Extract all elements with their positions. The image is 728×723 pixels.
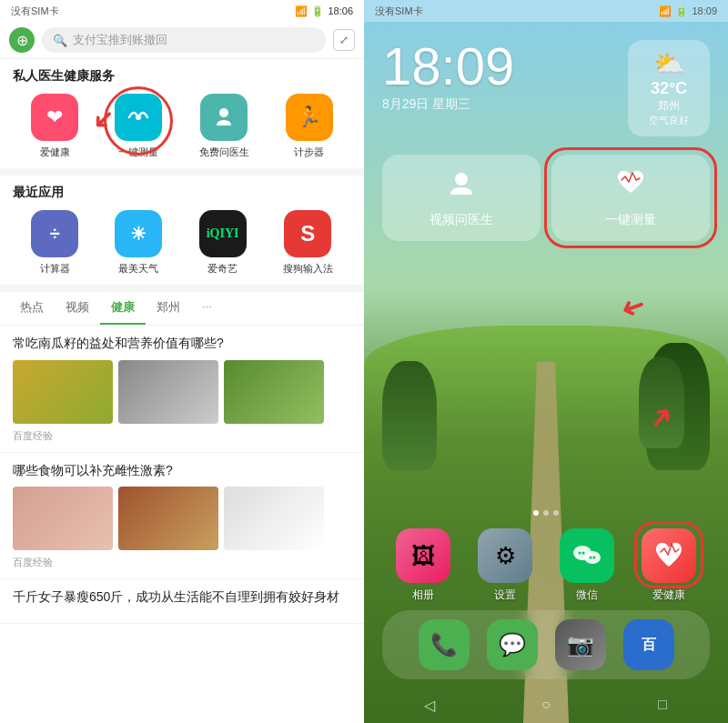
news-thumb-1c <box>224 360 324 424</box>
wechat-label: 微信 <box>576 587 598 603</box>
news-tabs: 热点 视频 健康 郑州 ··· <box>0 292 364 326</box>
search-text: 支付宝推到账撤回 <box>73 32 167 48</box>
svg-point-6 <box>582 552 585 555</box>
dock-baidu[interactable]: 百 <box>623 619 674 670</box>
svg-point-2 <box>455 173 468 186</box>
right-content: 没有SIM卡 📶 🔋 18:09 18:09 8月29日 星期三 ⛅ 32°C … <box>364 0 728 723</box>
weather-widget[interactable]: ⛅ 32°C 郑州 空气良好 <box>628 40 710 136</box>
right-status-icons: 📶 🔋 18:09 <box>659 5 717 17</box>
spacer <box>364 250 728 505</box>
iqiyi-label: 爱奇艺 <box>207 262 238 276</box>
news-item-3: 千斤女子暴瘦650斤，成功从生活能不自理到拥有姣好身材 <box>0 579 364 624</box>
right-wifi-icon: 📶 <box>659 5 672 17</box>
expand-button[interactable]: ⤢ <box>333 29 355 51</box>
video-doctor-widget[interactable]: 视频问医生 <box>382 155 541 241</box>
tab-video[interactable]: 视频 <box>55 292 100 325</box>
settings-icon: ⚙ <box>478 528 532 583</box>
pedometer-label: 计步器 <box>294 146 324 159</box>
app-health[interactable]: 爱健康 <box>642 528 696 603</box>
svg-point-5 <box>579 552 581 555</box>
health-item-measure[interactable]: 一键测量 <box>115 94 162 159</box>
search-bar: ⊕ 🔍 支付宝推到账撤回 ⤢ <box>0 22 364 59</box>
news-thumb-2b <box>118 487 218 550</box>
recent-sougou[interactable]: S 搜狗输入法 <box>283 210 333 276</box>
home-button-right[interactable]: ○ <box>535 694 557 716</box>
news-section: 常吃南瓜籽的益处和营养价值有哪些? 百度经验 哪些食物可以补充雌性激素? 百度经… <box>0 326 364 723</box>
date-text: 8月29日 星期三 <box>382 96 514 113</box>
one-measure-icon <box>115 94 162 141</box>
news-source-1: 百度经验 <box>13 429 351 443</box>
tab-hotspot[interactable]: 热点 <box>9 292 55 325</box>
left-no-sim: 没有SIM卡 <box>11 5 59 18</box>
news-title-2: 哪些食物可以补充雌性激素? <box>13 462 351 480</box>
health-item-pedometer[interactable]: 🏃 计步器 <box>286 94 333 159</box>
sougou-label: 搜狗输入法 <box>283 262 333 276</box>
home-button[interactable]: ⊕ <box>9 27 35 53</box>
wechat-icon <box>560 528 614 583</box>
one-measure-label: 一键测量 <box>118 146 158 159</box>
dot-1 <box>533 510 539 516</box>
back-button[interactable]: ◁ <box>419 694 440 716</box>
recent-apps-section: 最近应用 ÷ 计算器 ☀ 最美天气 iQIYI 爱奇艺 S 搜狗输入法 <box>0 176 364 285</box>
health-item-aijian[interactable]: ❤ 爱健康 <box>31 94 78 159</box>
news-title-3: 千斤女子暴瘦650斤，成功从生活能不自理到拥有姣好身材 <box>13 588 351 607</box>
time-weather-row: 18:09 8月29日 星期三 ⛅ 32°C 郑州 空气良好 <box>364 22 728 146</box>
search-input[interactable]: 🔍 支付宝推到账撤回 <box>42 27 326 53</box>
left-status-bar: 没有SIM卡 📶 🔋 18:06 <box>0 0 364 22</box>
svg-point-1 <box>219 108 228 117</box>
sougou-icon: S <box>284 210 331 257</box>
calc-label: 计算器 <box>40 262 70 276</box>
dock-camera[interactable]: 📷 <box>555 619 606 670</box>
video-doctor-label: 视频问医生 <box>430 212 493 228</box>
wifi-icon: 📶 <box>295 5 308 17</box>
iqiyi-icon: iQIYI <box>199 210 247 257</box>
svg-point-4 <box>584 551 601 564</box>
news-thumb-1b <box>118 360 218 424</box>
weather-app-icon: ☀ <box>115 210 162 257</box>
tab-health[interactable]: 健康 <box>100 292 146 325</box>
video-doctor-icon <box>445 167 478 206</box>
right-no-sim: 没有SIM卡 <box>375 5 423 18</box>
recent-iqiyi[interactable]: iQIYI 爱奇艺 <box>199 210 247 276</box>
tab-more[interactable]: ··· <box>191 292 223 325</box>
nav-bar: ◁ ○ □ <box>364 687 728 723</box>
left-phone: 没有SIM卡 📶 🔋 18:06 ⊕ 🔍 支付宝推到账撤回 ⤢ 私人医生健康服务… <box>0 0 364 723</box>
weather-icon: ⛅ <box>641 49 697 79</box>
news-title-1: 常吃南瓜籽的益处和营养价值有哪些? <box>13 335 351 353</box>
one-measure-widget-icon <box>612 167 649 206</box>
health-app-label: 爱健康 <box>652 587 685 603</box>
recents-button[interactable]: □ <box>652 694 673 716</box>
news-source-2: 百度经验 <box>13 556 351 569</box>
health-icons-row: ❤ 爱健康 一键测量 <box>13 94 351 159</box>
weather-quality: 空气良好 <box>641 114 697 127</box>
gallery-icon: 🖼 <box>396 528 450 583</box>
dot-3 <box>553 510 559 516</box>
health-item-freedoctor[interactable]: 免费问医生 <box>199 94 249 159</box>
dot-2 <box>543 510 549 516</box>
recent-weather[interactable]: ☀ 最美天气 <box>115 210 162 276</box>
calc-icon: ÷ <box>31 210 78 257</box>
phone-call-icon: 📞 <box>419 619 470 670</box>
recent-title: 最近应用 <box>13 185 351 201</box>
search-icon: 🔍 <box>53 34 67 47</box>
one-measure-widget[interactable]: 一键测量 <box>551 155 710 241</box>
dock-messages[interactable]: 💬 <box>487 619 538 670</box>
health-section: 私人医生健康服务 ❤ 爱健康 一键测量 <box>0 59 364 168</box>
news-thumb-2c <box>224 487 324 550</box>
news-thumb-1a <box>13 360 113 424</box>
app-settings[interactable]: ⚙ 设置 <box>478 528 532 603</box>
one-measure-widget-label: 一键测量 <box>605 212 656 228</box>
dock-phone[interactable]: 📞 <box>419 619 470 670</box>
big-time: 18:09 <box>382 40 514 93</box>
messages-icon: 💬 <box>487 619 538 670</box>
camera-icon: 📷 <box>555 619 606 670</box>
dock: 📞 💬 📷 百 <box>382 610 710 679</box>
news-thumb-2a <box>13 487 113 550</box>
recent-calc[interactable]: ÷ 计算器 <box>31 210 78 276</box>
app-wechat[interactable]: 微信 <box>560 528 614 603</box>
ai-health-label: 爱健康 <box>40 146 70 159</box>
tab-zhengzhou[interactable]: 郑州 <box>146 292 191 325</box>
health-title: 私人医生健康服务 <box>13 68 351 85</box>
settings-label: 设置 <box>494 587 516 603</box>
app-gallery[interactable]: 🖼 相册 <box>396 528 450 603</box>
